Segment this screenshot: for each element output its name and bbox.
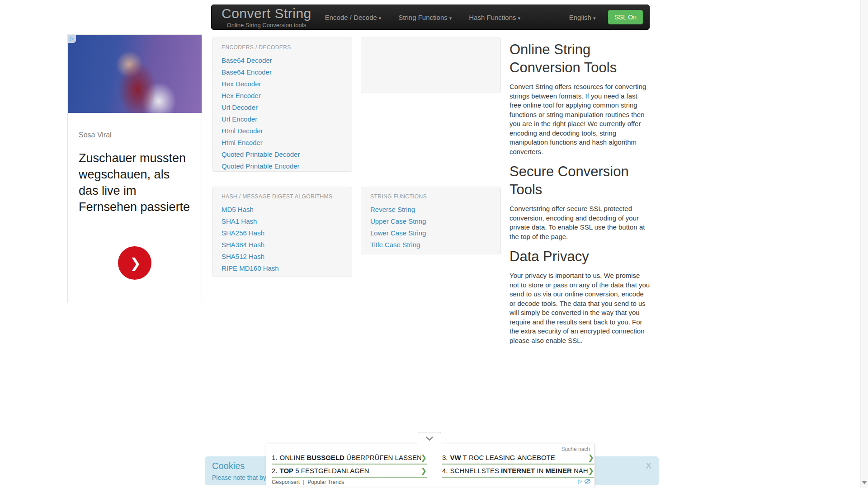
link-quoted-printable-encoder[interactable]: Quoted Printable Encoder: [222, 160, 343, 172]
link-upper-case-string[interactable]: Upper Case String: [370, 216, 491, 227]
string-functions-panel: STRING FUNCTIONS Reverse String Upper Ca…: [361, 187, 501, 254]
link-title-case-string[interactable]: Title Case String: [370, 239, 491, 251]
caret-down-icon: ▾: [518, 15, 521, 21]
link-sha1-hash[interactable]: SHA1 Hash: [222, 216, 343, 227]
link-url-encoder[interactable]: Url Encoder: [222, 113, 343, 125]
ad-placeholder-panel: [361, 38, 501, 93]
side-ad[interactable]: ▷ Sosa Viral Zuschauer mussten wegschaue…: [67, 34, 202, 303]
nav-item-hash-functions[interactable]: Hash Functions▾: [469, 14, 520, 21]
link-quoted-printable-decoder[interactable]: Quoted Printable Decoder: [222, 149, 343, 160]
chevron-right-icon: ❯: [588, 453, 594, 462]
link-lower-case-string[interactable]: Lower Case String: [370, 227, 491, 239]
string-functions-panel-title: STRING FUNCTIONS: [370, 193, 491, 200]
link-md5-hash[interactable]: MD5 Hash: [222, 204, 343, 216]
ad-collapse-tab[interactable]: [418, 432, 441, 444]
section-body-privacy: Your privacy is important to us. We prom…: [509, 271, 651, 345]
content-column: Online String Conversion Tools Convert S…: [509, 41, 651, 348]
chevron-down-icon: [426, 436, 433, 441]
link-html-decoder[interactable]: Html Decoder: [222, 125, 343, 137]
ad-item-1[interactable]: 1.ONLINE BUSSGELD ÜBERPRÜFEN LASSEN ❯: [272, 451, 427, 465]
section-heading-privacy: Data Privacy: [509, 248, 651, 266]
caret-down-icon: ▾: [593, 15, 596, 21]
ad-column-right: 3.VW T-ROC LEASING-ANGEBOTE ❯ 4.SCHNELLS…: [442, 451, 594, 478]
ad-cta-button[interactable]: ❯: [118, 246, 151, 280]
ad-footer: Gesponsert | Popular Trends: [272, 479, 344, 485]
link-base64-decoder[interactable]: Base64 Decoder: [222, 55, 343, 66]
link-hex-encoder[interactable]: Hex Encoder: [222, 90, 343, 102]
page: Convert String Online String Conversion …: [0, 0, 868, 488]
navbar: Convert String Online String Conversion …: [211, 5, 650, 30]
language-dropdown[interactable]: English▾: [569, 14, 596, 21]
eye-icon[interactable]: [584, 479, 591, 484]
nav-right: English▾ SSL On: [569, 10, 649, 24]
ad-source-label[interactable]: Popular Trends: [307, 479, 344, 485]
hash-panel-title: HASH / MESSAGE DIGEST ALGORITHMS: [222, 193, 343, 200]
link-sha512-hash[interactable]: SHA512 Hash: [222, 251, 343, 263]
hash-panel: HASH / MESSAGE DIGEST ALGORITHMS MD5 Has…: [212, 187, 352, 277]
link-url-decoder[interactable]: Url Decoder: [222, 102, 343, 113]
ssl-toggle-button[interactable]: SSL On: [608, 10, 643, 24]
ad-item-2[interactable]: 2.TOP 5 FESTGELDANLAGEN ❯: [272, 465, 427, 478]
encoders-panel: ENCODERS / DECODERS Base64 Decoder Base6…: [212, 38, 352, 172]
brand-block[interactable]: Convert String Online String Conversion …: [212, 7, 311, 28]
section-heading-online-tools: Online String Conversion Tools: [509, 41, 651, 77]
caret-down-icon: ▾: [379, 15, 382, 21]
ad-advertiser: Sosa Viral: [79, 131, 202, 139]
nav-menu: Encode / Decode▾ String Functions▾ Hash …: [325, 14, 520, 21]
scrollbar[interactable]: [860, 0, 868, 488]
sponsored-label: Gesponsert: [272, 479, 300, 485]
chevron-right-icon: ❯: [588, 466, 594, 475]
ad-item-4[interactable]: 4.SCHNELLSTES INTERNET IN MEINER NÄHE ❯: [442, 465, 594, 478]
ad-item-3[interactable]: 3.VW T-ROC LEASING-ANGEBOTE ❯: [442, 451, 594, 465]
chevron-right-icon: ❯: [421, 453, 427, 462]
ad-badges: ▷: [578, 478, 591, 484]
link-sha256-hash[interactable]: SHA256 Hash: [222, 227, 343, 239]
scroll-down-icon[interactable]: [862, 481, 867, 484]
chevron-right-icon: ❯: [130, 255, 141, 271]
adchoices-icon[interactable]: ▷: [578, 478, 582, 484]
section-body-online-tools: Convert String offers resources for conv…: [509, 82, 651, 156]
section-body-secure: Convertstring offer secure SSL protected…: [509, 204, 651, 241]
nav-item-encode-decode[interactable]: Encode / Decode▾: [325, 14, 382, 21]
bottom-ad: Suche nach 1.ONLINE BUSSGELD ÜBERPRÜFEN …: [266, 444, 595, 487]
link-hex-decoder[interactable]: Hex Decoder: [222, 78, 343, 90]
encoders-panel-title: ENCODERS / DECODERS: [222, 44, 343, 51]
adchoices-icon[interactable]: ▷: [68, 35, 76, 43]
link-html-encoder[interactable]: Html Encoder: [222, 137, 343, 149]
nav-item-string-functions[interactable]: String Functions▾: [398, 14, 452, 21]
ad-headline[interactable]: Zuschauer mussten wegschauen, als das li…: [79, 150, 191, 215]
ad-column-left: 1.ONLINE BUSSGELD ÜBERPRÜFEN LASSEN ❯ 2.…: [272, 451, 427, 478]
brand-title[interactable]: Convert String: [222, 7, 311, 20]
link-reverse-string[interactable]: Reverse String: [370, 204, 491, 216]
close-icon[interactable]: X: [646, 461, 651, 471]
chevron-right-icon: ❯: [421, 466, 427, 475]
section-heading-secure: Secure Conversion Tools: [509, 163, 651, 199]
link-sha384-hash[interactable]: SHA384 Hash: [222, 239, 343, 251]
caret-down-icon: ▾: [449, 15, 452, 21]
link-base64-encoder[interactable]: Base64 Encoder: [222, 66, 343, 78]
brand-tagline: Online String Conversion tools: [227, 22, 307, 28]
link-ripemd160-hash[interactable]: RIPE MD160 Hash: [222, 263, 343, 274]
footer-divider: |: [303, 479, 304, 485]
ad-image[interactable]: ▷: [68, 35, 202, 113]
